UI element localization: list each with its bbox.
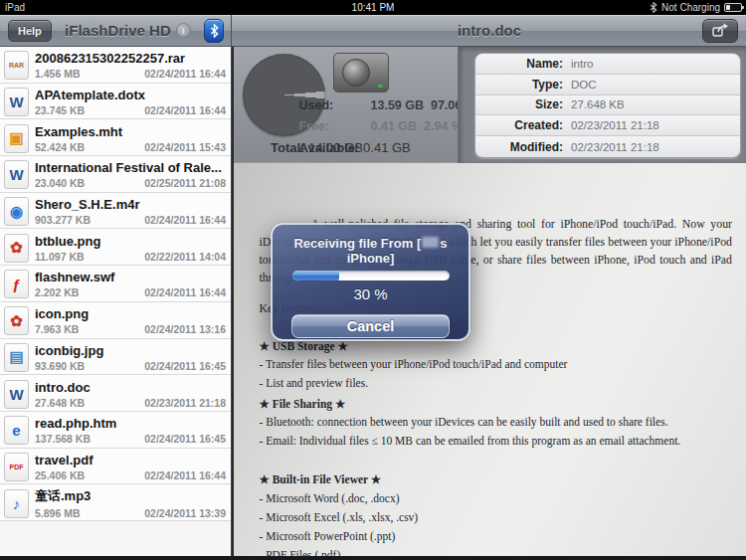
file-name: icon.png — [35, 306, 226, 321]
document-line: ★ Built-in File Viewer ★ — [260, 472, 733, 491]
document-line: - Bluetooth: connection between your iDe… — [260, 416, 733, 435]
file-date: 02/24/2011 16:44 — [144, 214, 226, 226]
file-info-row: Type:DOC — [475, 75, 740, 95]
app-title: iFlashDrive HD — [65, 22, 171, 39]
rar-file-icon: RAR — [4, 51, 29, 80]
word-file-icon: W — [4, 88, 29, 116]
progress-bar — [292, 271, 450, 280]
file-row[interactable]: Wintro.doc27.648 KB02/23/2011 21:18 — [0, 375, 231, 412]
file-date: 02/22/2011 14:04 — [144, 251, 226, 263]
info-icon[interactable]: i — [176, 23, 191, 38]
file-date: 02/24/2011 15:43 — [144, 141, 226, 153]
document-line: - Microsoft Word (.doc, .docx) — [260, 492, 733, 511]
file-size: 23.040 KB — [35, 177, 85, 189]
hard-disk-icon — [333, 53, 389, 93]
word-file-icon: W — [4, 380, 29, 409]
status-bar: iPad 10:41 PM Not Charging — [0, 0, 746, 15]
file-date: 02/24/2011 16:44 — [144, 68, 226, 80]
file-size: 93.690 KB — [35, 360, 85, 372]
bluetooth-button[interactable] — [204, 19, 224, 43]
document-line: - Microsoft PowerPoint (.ppt) — [260, 530, 733, 549]
file-info-recess: Name:introType:DOCSize:27.648 KBCreated:… — [458, 47, 746, 163]
file-size: 25.406 KB — [35, 469, 85, 481]
info-value: 27.648 KB — [571, 98, 625, 110]
help-button[interactable]: Help — [8, 20, 52, 42]
document-line — [260, 454, 733, 472]
flash-file-icon: ƒ — [4, 270, 29, 298]
redacted-device-name — [422, 237, 439, 248]
file-row[interactable]: WAPAtemplate.dotx23.745 KB02/24/2011 16:… — [0, 84, 231, 120]
file-date: 02/24/2011 16:44 — [144, 469, 226, 481]
free-row: Free: 0.41 GB 2.94 % — [299, 119, 476, 133]
file-name: 童话.mp3 — [35, 487, 226, 505]
file-row[interactable]: ◉Shero_S.H.E.m4r903.277 KB02/24/2011 16:… — [0, 193, 231, 230]
available-value: 0.41 GB — [363, 140, 411, 155]
file-date: 02/23/2011 21:18 — [144, 397, 226, 409]
info-label: Size: — [475, 97, 571, 111]
file-date: 02/24/2011 16:45 — [144, 433, 226, 445]
navigation-bar: Help iFlashDrive HD i intro.doc — [0, 15, 746, 47]
png-image-file-icon: ✿ — [4, 234, 29, 263]
info-label: Modified: — [475, 140, 571, 154]
file-info-row: Size:27.648 KB — [475, 95, 740, 116]
right-nav: intro.doc — [233, 15, 746, 46]
file-row[interactable]: PDFtravel.pdf25.406 KB02/24/2011 16:44 — [0, 449, 231, 485]
file-info-row: Modified:02/23/2011 21:18 — [475, 136, 740, 157]
file-date: 02/24/2011 16:44 — [144, 286, 226, 298]
file-name: intro.doc — [35, 380, 226, 395]
file-name: btblue.png — [35, 234, 226, 249]
file-date: 02/24/2011 13:16 — [144, 323, 226, 335]
file-row[interactable]: ▣Examples.mht52.424 KB02/24/2011 15:43 — [0, 119, 231, 156]
file-row[interactable]: WInternational Festival of Rale...23.040… — [0, 156, 231, 193]
bluetooth-status-icon — [650, 2, 657, 13]
png-image-file-icon: ✿ — [4, 306, 29, 335]
free-label: Free: — [299, 119, 371, 133]
progress-fill — [292, 271, 339, 280]
file-row[interactable]: ♪童话.mp35.896 MB02/24/2011 13:39 — [0, 484, 231, 521]
available-line: Available: 0.41 GB — [299, 140, 411, 155]
file-row[interactable]: ✿btblue.png11.097 KB02/22/2011 14:04 — [0, 229, 231, 266]
file-size: 5.896 MB — [35, 507, 81, 519]
mht-file-icon: ▣ — [4, 124, 29, 153]
file-info-table: Name:introType:DOCSize:27.648 KBCreated:… — [474, 53, 741, 158]
document-line: - PDF Files (.pdf) — [260, 549, 733, 556]
file-row[interactable]: ✿icon.png7.963 KB02/24/2011 13:16 — [0, 302, 231, 339]
document-line: - List and preview files. — [260, 377, 733, 396]
file-date: 02/25/2011 21:08 — [144, 177, 226, 189]
document-line: - Transfer files between your iPhone/iPo… — [260, 358, 733, 377]
file-size: 52.424 KB — [35, 141, 85, 153]
document-line: - Microsoft Excel (.xls, .xlsx, .csv) — [260, 511, 733, 530]
file-size: 7.963 KB — [35, 323, 79, 335]
dialog-title: Receiving file From [s iPhone] — [273, 236, 468, 266]
file-row[interactable]: ƒflashnew.swf2.202 KB02/24/2011 16:44 — [0, 266, 231, 302]
cancel-button[interactable]: Cancel — [291, 314, 450, 338]
info-value: intro — [571, 58, 593, 70]
word-file-icon: W — [4, 160, 29, 189]
free-value: 0.41 GB — [371, 119, 418, 133]
app-screen: iPad 10:41 PM Not Charging Help iFlashDr… — [0, 0, 746, 560]
info-value: DOC — [571, 79, 597, 91]
file-name: iconbig.jpg — [35, 343, 226, 358]
file-info-row: Name:intro — [475, 54, 740, 75]
file-row[interactable]: ▤iconbig.jpg93.690 KB02/24/2011 16:45 — [0, 339, 231, 376]
info-label: Created: — [475, 118, 571, 132]
share-button[interactable] — [702, 19, 738, 43]
info-label: Name: — [475, 57, 571, 71]
clock: 10:41 PM — [0, 2, 746, 13]
bluetooth-icon — [210, 24, 219, 38]
file-row[interactable]: RAR200862315302252257.rar1.456 MB02/24/2… — [0, 47, 231, 84]
receiving-file-dialog: Receiving file From [s iPhone] 30 % Canc… — [271, 223, 470, 341]
document-title: intro.doc — [458, 22, 521, 39]
file-date: 02/24/2011 16:45 — [144, 360, 226, 372]
html-file-icon: e — [4, 416, 29, 445]
used-label: Used: — [299, 98, 371, 112]
used-value: 13.59 GB — [371, 98, 425, 112]
file-date: 02/24/2011 16:44 — [144, 104, 226, 116]
share-export-icon — [711, 23, 729, 38]
progress-percent-label: 30 % — [273, 285, 468, 302]
file-size: 903.277 KB — [35, 214, 91, 226]
available-label: Available: — [299, 140, 360, 155]
ringtone-file-icon: ◉ — [4, 197, 29, 226]
file-row[interactable]: eread.php.htm137.568 KB02/24/2011 16:45 — [0, 412, 231, 449]
file-list: RAR200862315302252257.rar1.456 MB02/24/2… — [0, 47, 232, 556]
